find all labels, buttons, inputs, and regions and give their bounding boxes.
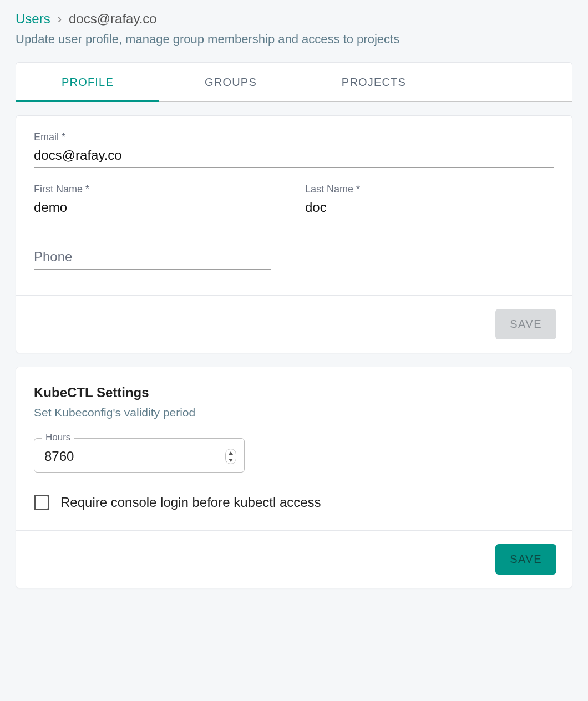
breadcrumb-separator: › <box>57 11 62 26</box>
last-name-field[interactable] <box>305 197 554 220</box>
breadcrumb: Users › docs@rafay.co <box>16 11 572 27</box>
tab-groups[interactable]: GROUPS <box>159 63 302 101</box>
kubectl-save-button[interactable]: SAVE <box>495 544 556 575</box>
breadcrumb-root[interactable]: Users <box>16 11 50 26</box>
email-field[interactable] <box>34 145 554 168</box>
first-name-label: First Name * <box>34 184 283 195</box>
breadcrumb-current: docs@rafay.co <box>69 11 157 26</box>
kubectl-card: KubeCTL Settings Set Kubeconfig's validi… <box>16 367 572 588</box>
profile-card: Email * First Name * Last Name * SAVE <box>16 115 572 353</box>
chevron-up-icon[interactable] <box>226 449 236 456</box>
hours-label: Hours <box>42 432 74 443</box>
kubectl-title: KubeCTL Settings <box>34 385 554 400</box>
kubectl-subtitle: Set Kubeconfig's validity period <box>34 406 554 419</box>
hours-field-wrapper: Hours <box>34 438 245 473</box>
tab-projects[interactable]: PROJECTS <box>302 63 445 101</box>
tabs-container: PROFILE GROUPS PROJECTS <box>16 62 572 102</box>
email-label: Email * <box>34 131 554 143</box>
require-login-label: Require console login before kubectl acc… <box>60 495 321 510</box>
hours-stepper <box>225 449 236 464</box>
first-name-field[interactable] <box>34 197 283 220</box>
require-login-checkbox[interactable] <box>34 495 49 510</box>
hours-input[interactable] <box>44 449 225 464</box>
profile-save-button[interactable]: SAVE <box>495 309 556 339</box>
tab-profile[interactable]: PROFILE <box>16 63 159 101</box>
chevron-down-icon[interactable] <box>226 456 236 464</box>
page-subtitle: Update user profile, manage group member… <box>16 32 572 47</box>
phone-field[interactable] <box>34 247 271 270</box>
last-name-label: Last Name * <box>305 184 554 195</box>
